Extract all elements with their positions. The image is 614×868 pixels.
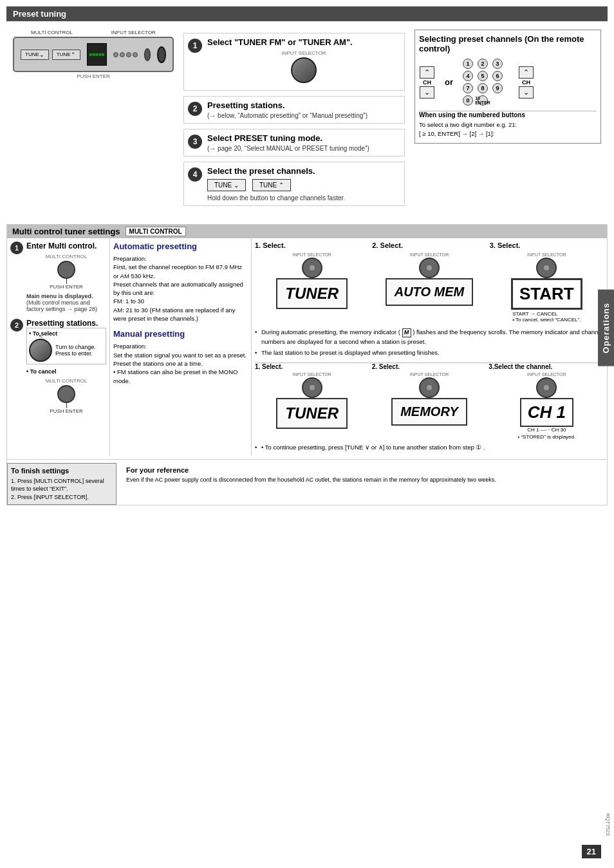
operations-tab: Operations <box>598 290 614 366</box>
turn-change-label: Turn to change. Press to enter. <box>55 344 96 357</box>
device-diagram-left: MULTI CONTROL INPUT SELECTOR TUNE⌄ TUNE⌃… <box>13 30 174 79</box>
num-btn-0[interactable]: 0 <box>463 95 473 106</box>
manual-step3-label: 3.Select the channel. <box>488 363 604 370</box>
auto-prep-text: Preparation: First, set the channel rece… <box>113 254 248 323</box>
num-btn-2[interactable]: 2 <box>478 59 488 69</box>
step-3-circle: 3 <box>188 135 202 149</box>
or-text: or <box>445 77 453 87</box>
num-btn-9[interactable]: 9 <box>492 83 503 93</box>
step-3-row: 3 Select PRESET tuning mode. (→ page 20,… <box>183 129 405 156</box>
tune-buttons: TUNE ⌄ TUNE ⌃ <box>207 179 400 191</box>
ch-down-arrow[interactable]: ⌄ <box>519 86 534 99</box>
manual-s1-knob-circle[interactable] <box>302 377 322 398</box>
input-selector-rotary[interactable] <box>291 57 317 83</box>
auto-step3-knob: INPUT SELECTOR <box>527 252 566 278</box>
input-selector-knob-device[interactable] <box>157 46 166 63</box>
tune-down-btn[interactable]: TUNE⌄ <box>21 50 49 60</box>
finish-steps: 1. Press [MULTI CONTROL] several times t… <box>11 477 113 502</box>
num-btn-5[interactable]: 5 <box>478 71 488 81</box>
multi-section-title: Multi control tuner settings <box>12 227 120 236</box>
ch-updown-group: ⌃ CH ⌄ <box>419 66 435 99</box>
numbered-buttons-section: When using the numbered buttons To selec… <box>419 111 597 139</box>
knob-stem <box>66 279 67 284</box>
manual-step1-knob: INPUT SELECTOR <box>292 372 331 398</box>
auto-s3-knob-circle[interactable] <box>536 258 557 278</box>
multi-control-diagram-label: MULTI CONTROL <box>31 30 73 35</box>
tuner-display-manual: TUNER <box>276 398 348 429</box>
multi-step-2-content: Presetting stations. • To select ↖ <box>26 319 106 417</box>
auto-step1-label: 1. Select. <box>255 241 286 249</box>
left-col: 1 Enter Multi control. MULTI CONTROL PUS… <box>7 238 110 456</box>
rqt-code: RQT7523 <box>605 813 611 836</box>
step-3-title: Select PRESET tuning mode. <box>207 133 400 143</box>
page: Preset tuning MULTI CONTROL INPUT SELECT… <box>0 0 614 868</box>
step-4-sub: Hold down the button to change channels … <box>207 194 400 202</box>
num-btn-4[interactable]: 4 <box>463 71 473 81</box>
tune-up-btn[interactable]: TUNE⌃ <box>52 50 80 60</box>
multi-step-1-title: Enter Multi control. <box>26 241 106 250</box>
multi-step-1: 1 Enter Multi control. MULTI CONTROL PUS… <box>10 241 106 312</box>
num-btn-8[interactable]: 8 <box>478 83 488 93</box>
tune-buttons-device: TUNE⌄ TUNE⌃ <box>21 50 80 60</box>
manual-s2-knob-circle[interactable] <box>419 377 440 398</box>
ch-label-right: CH <box>522 79 530 86</box>
ch-up-remote-btn[interactable]: ⌃ <box>420 66 434 79</box>
multi-control-knob-device[interactable] <box>144 48 151 61</box>
auto-select-cols: 1. Select. INPUT SELECTOR TUNER 2. Selec… <box>255 241 604 323</box>
multi-control-knob[interactable] <box>57 261 75 279</box>
step-1-row: 1 Select "TUNER FM" or "TUNER AM". INPUT… <box>183 33 405 91</box>
step-4-content: Select the preset channels. TUNE ⌄ TUNE … <box>207 166 400 202</box>
main-menu-displayed: Main menu is displayed. <box>26 293 93 299</box>
main-menu-note: Main menu is displayed. (Multi control m… <box>26 293 106 312</box>
cancel-push-lbl: PUSH ENTER <box>50 408 83 414</box>
auto-notes: During automatic presetting, the memory … <box>255 328 604 357</box>
channel-select-row: ⌃ CH ⌄ or 1 2 3 4 5 6 7 8 <box>419 59 597 106</box>
step-2-row: 2 Presetting stations. (→ below, “Automa… <box>183 96 405 124</box>
num-btn-3[interactable]: 3 <box>492 59 503 69</box>
page-number: 21 <box>582 845 601 858</box>
manual-step2-label: 2. Select. <box>372 363 487 370</box>
reference-title: For your reference <box>126 466 604 474</box>
continue-note: • To continue presetting, press [TUNE ∨ … <box>255 443 604 452</box>
auto-s1-inp-lbl: INPUT SELECTOR <box>292 252 331 257</box>
to-cancel-label: • To cancel <box>26 368 106 375</box>
multi-content: 1 Enter Multi control. MULTI CONTROL PUS… <box>7 238 607 456</box>
manual-s2-lbl: INPUT SELECTOR <box>410 372 449 377</box>
ch-up-arrow[interactable]: ⌃ <box>519 66 534 79</box>
ch-down-remote-btn[interactable]: ⌄ <box>420 86 434 99</box>
step-1-title: Select "TUNER FM" or "TUNER AM". <box>207 37 400 47</box>
manual-select-cols: INPUT SELECTOR TUNER INPUT SELECTOR <box>255 372 604 440</box>
num-btn-6[interactable]: 6 <box>492 71 503 81</box>
num-btn-7[interactable]: 7 <box>463 83 473 93</box>
multi-step-2-circle: 2 <box>10 319 23 332</box>
auto-note-2: The last station to be preset is display… <box>255 348 604 357</box>
step-4-row: 4 Select the preset channels. TUNE ⌄ TUN… <box>183 162 405 206</box>
tune-down-step4[interactable]: TUNE ⌄ <box>207 179 246 191</box>
mono-mode-note: • FM stations can also be preset in the … <box>113 368 237 384</box>
auto-mem-display: AUTO MEM <box>386 278 474 306</box>
to-cancel-area: • To cancel MULTI CONTROL PUSH ENTER <box>26 368 106 414</box>
tune-up-step4[interactable]: TUNE ⌃ <box>252 179 291 191</box>
right-col: 1. Select. INPUT SELECTOR TUNER 2. Selec… <box>252 238 607 456</box>
tuner-display-auto: TUNER <box>276 278 348 309</box>
manual-step2-knob: INPUT SELECTOR <box>410 372 449 398</box>
cancel-knob[interactable] <box>57 385 75 403</box>
stored-note: • “STORED” is displayed. <box>517 434 575 440</box>
manual-title: Manual presetting <box>113 329 248 339</box>
input-selector-diagram: INPUT SELECTOR <box>207 50 400 83</box>
device-ports <box>113 52 138 57</box>
manual-s3-knob-circle[interactable] <box>536 377 557 398</box>
manual-steps-labels: 1. Select. 2. Select. 3.Select the chann… <box>255 363 604 370</box>
auto-note-1: During automatic presetting, the memory … <box>255 328 604 346</box>
finish-box: To finish settings 1. Press [MULTI CONTR… <box>7 463 116 505</box>
rotary-knob-left[interactable] <box>29 339 52 362</box>
num-btn-enter[interactable]: 10ENTER <box>478 95 488 106</box>
reference-box: For your reference Even if the AC power … <box>123 463 607 505</box>
device-display: ■■■■■ <box>87 43 107 66</box>
manual-prep-text: Preparation: Set the station signal you … <box>113 342 248 384</box>
auto-s2-knob-circle[interactable] <box>419 258 440 278</box>
auto-s2-inp-lbl: INPUT SELECTOR <box>410 252 449 257</box>
num-btn-1[interactable]: 1 <box>463 59 473 69</box>
auto-s1-knob-circle[interactable] <box>302 258 322 278</box>
multi-step-1-circle: 1 <box>10 241 23 254</box>
